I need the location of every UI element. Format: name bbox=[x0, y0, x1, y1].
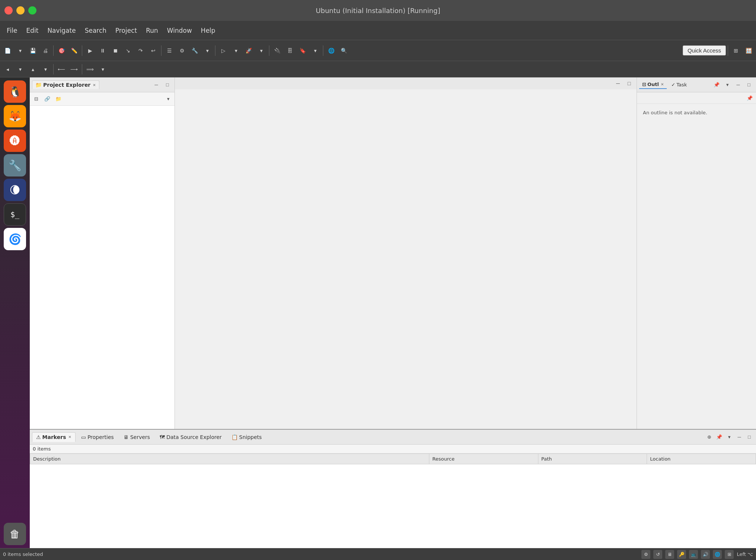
connect-btn[interactable]: 🔌 bbox=[271, 45, 283, 57]
trash-launcher-icon[interactable]: 🗑 bbox=[4, 523, 26, 545]
status-icon-2[interactable]: ↺ bbox=[653, 550, 662, 559]
toolbar2-sep1 bbox=[53, 64, 54, 74]
nav-back-dropdown[interactable]: ▾ bbox=[14, 63, 26, 75]
chrome-launcher-icon[interactable]: 🌀 bbox=[4, 228, 26, 250]
bookmark-btn[interactable]: 🔖 bbox=[297, 45, 308, 57]
select-all-btn[interactable]: ☰ bbox=[163, 45, 175, 57]
right-panel-minimize[interactable]: ─ bbox=[733, 80, 743, 90]
pause-button[interactable]: ⏸ bbox=[97, 45, 109, 57]
web-btn[interactable]: 🌐 bbox=[325, 45, 337, 57]
outline-tab[interactable]: ⊡ Outl ✕ bbox=[639, 80, 667, 89]
project-explorer-tab[interactable]: 📁 Project Explorer ✕ bbox=[32, 80, 99, 89]
menu-file[interactable]: File bbox=[3, 25, 21, 36]
status-icon-6[interactable]: 🔊 bbox=[701, 550, 710, 559]
toolbar-sep6 bbox=[323, 45, 323, 56]
view-menu-btn[interactable]: ▾ bbox=[163, 94, 173, 104]
minimize-panel-btn[interactable]: ─ bbox=[151, 80, 161, 90]
perspective-btn2[interactable]: 🪟 bbox=[743, 45, 755, 57]
bottom-maximize-btn[interactable]: □ bbox=[745, 433, 754, 442]
menu-help[interactable]: Help bbox=[197, 25, 219, 36]
nav-fwd-btn[interactable]: ⟹ bbox=[84, 63, 96, 75]
col-description[interactable]: Description bbox=[30, 454, 429, 464]
right-panel-pin[interactable]: 📌 bbox=[712, 80, 721, 90]
menu-edit[interactable]: Edit bbox=[22, 25, 42, 36]
markers-tab[interactable]: ⚠ Markers ✕ bbox=[32, 432, 76, 442]
menu-navigate[interactable]: Navigate bbox=[44, 25, 79, 36]
stop-button[interactable]: ⏹ bbox=[109, 45, 121, 57]
nav-fwd-dropdown[interactable]: ▾ bbox=[97, 63, 109, 75]
debug-btn[interactable]: ▷ bbox=[217, 45, 229, 57]
tools-launcher-icon[interactable]: 🔧 bbox=[4, 154, 26, 176]
editor-area[interactable] bbox=[175, 89, 637, 429]
maximize-panel-btn[interactable]: □ bbox=[163, 80, 172, 90]
menu-project[interactable]: Project bbox=[112, 25, 141, 36]
col-location[interactable]: Location bbox=[647, 454, 756, 464]
arrange-btn[interactable]: ⚙ bbox=[176, 45, 188, 57]
data-source-explorer-tab[interactable]: 🗺 Data Source Explorer bbox=[156, 432, 226, 442]
bottom-minimize-btn[interactable]: ─ bbox=[735, 433, 744, 442]
run-ext-btn[interactable]: 🚀 bbox=[243, 45, 254, 57]
task-tab[interactable]: ✓ Task bbox=[668, 81, 690, 89]
servers-tab[interactable]: 🖥 Servers bbox=[119, 432, 154, 442]
terminal-launcher-icon[interactable]: $_ bbox=[4, 203, 26, 226]
bottom-pin-btn[interactable]: 📌 bbox=[715, 433, 724, 442]
status-icon-1[interactable]: ⚙ bbox=[641, 550, 650, 559]
step-into[interactable]: ↘ bbox=[122, 45, 134, 57]
run-button[interactable]: ▶ bbox=[84, 45, 96, 57]
link-editor-btn[interactable]: 🔗 bbox=[42, 94, 52, 104]
search-web-btn[interactable]: 🔍 bbox=[338, 45, 350, 57]
minimize-button[interactable] bbox=[16, 6, 25, 15]
editor-minimize-btn[interactable]: ─ bbox=[614, 79, 622, 88]
tools-dropdown[interactable]: ▾ bbox=[201, 45, 213, 57]
nav-up-btn[interactable]: ▴ bbox=[27, 63, 39, 75]
print-button[interactable]: 🖨 bbox=[39, 45, 51, 57]
editor-maximize-btn[interactable]: □ bbox=[625, 79, 634, 88]
eclipse-launcher-icon[interactable]: 🌘 bbox=[4, 179, 26, 201]
menu-window[interactable]: Window bbox=[163, 25, 196, 36]
collapse-all-btn[interactable]: ⊟ bbox=[31, 94, 41, 104]
col-resource[interactable]: Resource bbox=[429, 454, 538, 464]
pointer-button[interactable]: 🎯 bbox=[55, 45, 67, 57]
properties-tab[interactable]: ▭ Properties bbox=[77, 432, 118, 442]
quick-access-button[interactable]: Quick Access bbox=[683, 45, 726, 55]
status-icon-4[interactable]: 🔑 bbox=[677, 550, 686, 559]
menu-search[interactable]: Search bbox=[81, 25, 110, 36]
nav-prev-btn[interactable]: ⟵ bbox=[55, 63, 67, 75]
ubuntu-launcher-icon[interactable]: 🐧 bbox=[4, 80, 26, 103]
outline-close[interactable]: ✕ bbox=[661, 82, 664, 86]
edit-tool-btn[interactable]: ✏️ bbox=[68, 45, 80, 57]
db-btn[interactable]: 🗄 bbox=[284, 45, 296, 57]
step-return[interactable]: ↩ bbox=[147, 45, 159, 57]
right-panel-menu[interactable]: ▾ bbox=[723, 80, 732, 90]
nav-up-dropdown[interactable]: ▾ bbox=[39, 63, 51, 75]
snippets-tab[interactable]: 📋 Snippets bbox=[227, 432, 266, 442]
save-button[interactable]: 💾 bbox=[27, 45, 39, 57]
tools-btn[interactable]: 🔧 bbox=[189, 45, 201, 57]
markers-close[interactable]: ✕ bbox=[68, 435, 71, 439]
new-folder-btn[interactable]: 📁 bbox=[54, 94, 63, 104]
close-button[interactable] bbox=[4, 6, 13, 15]
bottom-toolbar-btn[interactable]: ⊕ bbox=[705, 433, 714, 442]
status-icon-3[interactable]: 🖥 bbox=[665, 550, 674, 559]
status-icon-8[interactable]: ⊞ bbox=[725, 550, 734, 559]
firefox-launcher-icon[interactable]: 🦊 bbox=[4, 105, 26, 127]
maximize-button[interactable] bbox=[28, 6, 36, 15]
outline-pin-btn[interactable]: 📌 bbox=[745, 93, 755, 103]
debug-dropdown[interactable]: ▾ bbox=[230, 45, 242, 57]
status-icon-5[interactable]: 📺 bbox=[689, 550, 698, 559]
nav-next-btn[interactable]: ⟶ bbox=[68, 63, 80, 75]
appstore-launcher-icon[interactable]: 🅐 bbox=[4, 130, 26, 152]
perspective-btn[interactable]: ⊞ bbox=[730, 45, 742, 57]
right-panel-maximize[interactable]: □ bbox=[744, 80, 754, 90]
run-ext-dropdown[interactable]: ▾ bbox=[255, 45, 267, 57]
project-explorer-close[interactable]: ✕ bbox=[93, 83, 96, 87]
col-path[interactable]: Path bbox=[538, 454, 647, 464]
new-button[interactable]: 📄 bbox=[1, 45, 13, 57]
bottom-menu-btn[interactable]: ▾ bbox=[725, 433, 734, 442]
nav-back-btn[interactable]: ◂ bbox=[1, 63, 13, 75]
status-icon-7[interactable]: 🌐 bbox=[713, 550, 722, 559]
step-over[interactable]: ↷ bbox=[135, 45, 147, 57]
menu-run[interactable]: Run bbox=[142, 25, 162, 36]
bookmark-dropdown[interactable]: ▾ bbox=[309, 45, 321, 57]
open-dropdown[interactable]: ▾ bbox=[14, 45, 26, 57]
